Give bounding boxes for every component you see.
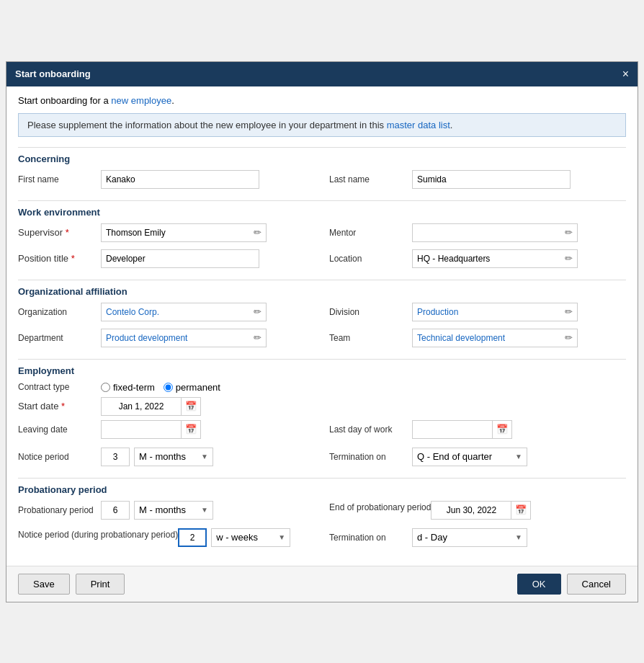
notice-period-number[interactable] (101, 448, 130, 466)
team-edit-icon[interactable]: ✏ (560, 332, 577, 343)
notice-period-unit-value: M - months (139, 451, 186, 462)
contract-permanent-radio[interactable] (164, 383, 173, 392)
termination-during-select[interactable]: d - Day ▼ (412, 528, 527, 547)
contract-fixed-label: fixed-term (113, 382, 155, 393)
first-name-input[interactable] (101, 170, 259, 189)
leaving-date-calendar-icon[interactable]: 📅 (181, 421, 200, 438)
contract-permanent-option[interactable]: permanent (164, 382, 220, 393)
division-label: Division (329, 307, 412, 317)
last-day-label: Last day of work (329, 424, 412, 435)
division-edit-icon[interactable]: ✏ (560, 306, 577, 317)
last-name-label: Last name (329, 174, 412, 184)
contract-type-group: fixed-term permanent (101, 382, 220, 393)
notice-during-label: Notice period (during probationary perio… (18, 528, 178, 541)
organization-label: Organization (18, 307, 101, 317)
termination-during-arrow: ▼ (515, 533, 522, 541)
dialog-title: Start onboarding (15, 68, 91, 79)
section-org: Organizational affiliation (18, 280, 626, 297)
new-employee-link[interactable]: new employee (111, 95, 171, 106)
section-work-env: Work environment (18, 200, 626, 218)
end-prob-date-wrap: 📅 (431, 501, 531, 520)
notice-period-unit-arrow: ▼ (201, 453, 208, 460)
termination-on-select[interactable]: Q - End of quarter ▼ (412, 448, 527, 466)
end-prob-calendar-icon[interactable]: 📅 (511, 502, 530, 519)
notice-period-unit-select[interactable]: M - months ▼ (134, 448, 213, 466)
prob-period-unit-arrow: ▼ (201, 506, 208, 514)
info-box: Please supplement the information about … (18, 113, 626, 137)
intro-text: Start onboarding for a new employee. (18, 95, 626, 106)
section-concerning: Concerning (18, 147, 626, 164)
ok-button[interactable]: OK (517, 574, 561, 595)
supervisor-input[interactable] (102, 225, 249, 241)
start-date-wrap: 📅 (101, 397, 201, 416)
notice-period-label: Notice period (18, 452, 101, 462)
termination-on-arrow: ▼ (515, 453, 522, 460)
prob-period-unit-select[interactable]: M - months ▼ (134, 501, 213, 520)
supervisor-edit-icon[interactable]: ✏ (249, 227, 266, 238)
prob-period-unit-value: M - months (139, 504, 186, 515)
termination-during-value: d - Day (417, 532, 447, 543)
team-label: Team (329, 333, 412, 343)
department-input[interactable] (102, 330, 249, 346)
contract-type-label: Contract type (18, 382, 101, 392)
mentor-label: Mentor (329, 228, 412, 238)
team-input[interactable] (413, 330, 560, 346)
notice-during-unit-select[interactable]: w - weeks ▼ (211, 528, 290, 547)
notice-during-unit-value: w - weeks (216, 532, 258, 543)
save-button[interactable]: Save (18, 574, 70, 595)
organization-edit-icon[interactable]: ✏ (249, 306, 266, 317)
last-name-input[interactable] (412, 170, 571, 189)
end-prob-date-input[interactable] (431, 505, 511, 515)
start-date-calendar-icon[interactable]: 📅 (181, 398, 200, 415)
prob-period-number[interactable] (101, 501, 130, 520)
termination-on-label: Termination on (329, 452, 412, 462)
section-employment: Employment (18, 359, 626, 376)
contract-fixed-option[interactable]: fixed-term (101, 382, 155, 393)
close-button[interactable]: × (622, 68, 629, 81)
prob-period-label: Probationary period (18, 505, 101, 515)
footer: Save Print OK Cancel (6, 566, 638, 602)
leaving-date-input[interactable] (102, 424, 181, 435)
print-button[interactable]: Print (76, 574, 125, 595)
division-input[interactable] (413, 304, 560, 320)
contract-fixed-radio[interactable] (101, 383, 110, 392)
location-input[interactable] (413, 251, 560, 267)
last-day-calendar-icon[interactable]: 📅 (492, 421, 511, 438)
cancel-button[interactable]: Cancel (567, 574, 626, 595)
organization-input[interactable] (102, 304, 249, 320)
mentor-edit-icon[interactable]: ✏ (560, 227, 577, 238)
termination-during-label: Termination on (329, 533, 412, 543)
section-probationary: Probationary period (18, 478, 626, 495)
location-edit-icon[interactable]: ✏ (560, 253, 577, 264)
notice-during-unit-arrow: ▼ (278, 533, 285, 541)
department-label: Department (18, 333, 101, 343)
notice-during-number[interactable] (178, 528, 207, 547)
position-title-input[interactable] (101, 249, 259, 268)
start-date-label: Start date * (18, 401, 101, 411)
last-day-wrap: 📅 (412, 420, 512, 439)
end-prob-label: End of probationary period (329, 501, 431, 514)
termination-on-value: Q - End of quarter (417, 451, 492, 462)
first-name-label: First name (18, 174, 101, 184)
leaving-date-label: Leaving date (18, 424, 101, 435)
start-date-input[interactable] (102, 401, 181, 411)
master-data-link[interactable]: master data list (387, 120, 450, 130)
contract-permanent-label: permanent (176, 382, 220, 393)
position-title-label: Position title * (18, 253, 101, 264)
mentor-input[interactable] (413, 225, 560, 241)
leaving-date-wrap: 📅 (101, 420, 201, 439)
department-edit-icon[interactable]: ✏ (249, 332, 266, 343)
location-label: Location (329, 254, 412, 264)
supervisor-label: Supervisor * (18, 227, 101, 238)
last-day-input[interactable] (413, 424, 492, 435)
